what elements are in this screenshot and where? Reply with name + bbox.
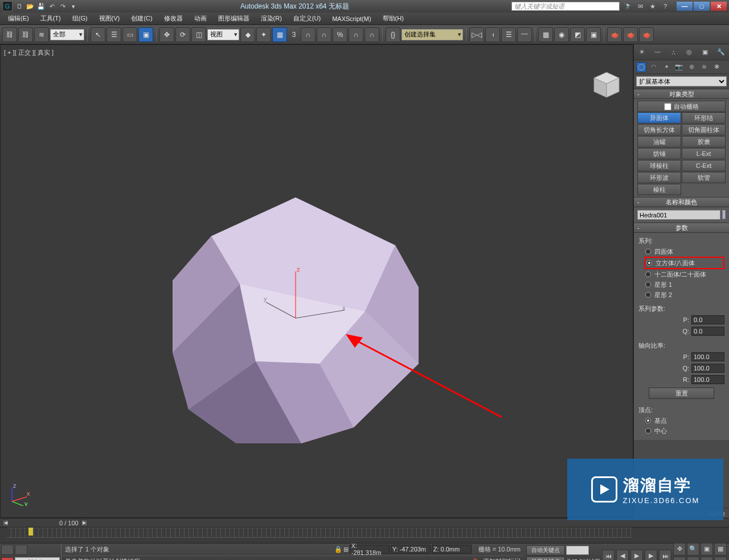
star-icon[interactable]: ★ bbox=[648, 2, 657, 11]
nav-dolly-icon[interactable]: ◉ bbox=[687, 557, 699, 561]
snap-toggle-icon[interactable]: ▦ bbox=[272, 27, 287, 42]
cameras-tab-icon[interactable]: 📷 bbox=[674, 62, 684, 72]
spindle-button[interactable]: 纺锤 bbox=[637, 148, 681, 159]
key-filter-label[interactable]: 关键点过滤器 bbox=[566, 558, 600, 561]
prism-button[interactable]: 棱柱 bbox=[637, 184, 681, 195]
unlink-icon[interactable]: ⛓ bbox=[18, 27, 33, 42]
script-min-icon[interactable] bbox=[1, 545, 14, 555]
binoculars-icon[interactable]: 🔭 bbox=[623, 2, 632, 11]
help-search-input[interactable]: 键入关键字或短语 bbox=[511, 2, 620, 11]
shapes-tab-icon[interactable]: ◠ bbox=[649, 62, 659, 72]
menu-edit[interactable]: 编辑(E) bbox=[2, 13, 35, 24]
selection-filter-combo[interactable]: 全部 bbox=[50, 29, 84, 40]
gengon-button[interactable]: 球棱柱 bbox=[637, 160, 681, 171]
nav-zoomext-icon[interactable]: ▦ bbox=[714, 543, 727, 555]
select-manipulate-icon[interactable]: ✦ bbox=[256, 27, 271, 42]
select-region-window-icon[interactable]: ▣ bbox=[138, 27, 153, 42]
lext-button[interactable]: L-Ext bbox=[682, 148, 726, 159]
auto-grid-toggle[interactable]: 自动栅格 bbox=[637, 101, 726, 112]
material-editor-icon[interactable]: ◉ bbox=[554, 27, 569, 42]
track-bar[interactable] bbox=[0, 527, 729, 543]
rollout-header-object-type[interactable]: 对象类型 bbox=[634, 89, 729, 99]
script-rec-icon[interactable] bbox=[1, 557, 14, 560]
add-time-tag[interactable]: 添加时间标记 bbox=[483, 557, 521, 560]
axp-spinner[interactable]: ▲▼ bbox=[691, 352, 724, 361]
capsule-button[interactable]: 胶囊 bbox=[682, 136, 726, 147]
tag-icon[interactable]: 🔖 bbox=[473, 558, 481, 560]
family-cube-octa-radio[interactable]: 立方体/八面体 bbox=[645, 258, 723, 268]
coord-toggle-icon[interactable]: ⊞ bbox=[343, 546, 349, 553]
time-next-icon[interactable]: ▶ bbox=[81, 520, 88, 526]
family-star2-radio[interactable]: 星形 2 bbox=[638, 290, 724, 300]
script-listener-icon[interactable] bbox=[15, 545, 27, 555]
vertex-base-radio[interactable]: 基点 bbox=[638, 415, 724, 426]
spinner-snap-icon[interactable]: ∩ bbox=[364, 27, 379, 42]
play-prev-icon[interactable]: ◀ bbox=[616, 550, 629, 561]
oiltank-button[interactable]: 油罐 bbox=[637, 136, 681, 147]
selection-set-combo[interactable]: 选定对 bbox=[566, 546, 589, 555]
help-icon[interactable]: ? bbox=[661, 2, 670, 11]
coord-z-field[interactable]: Z: 0.0mm bbox=[432, 545, 472, 554]
curve-icon[interactable]: 〰 bbox=[653, 47, 663, 57]
coord-x-field[interactable]: X: -281.318m bbox=[350, 545, 390, 554]
curve-editor-icon[interactable]: 〰 bbox=[517, 27, 532, 42]
systems-tab-icon[interactable]: ✱ bbox=[711, 62, 722, 72]
axr-spinner[interactable]: ▲▼ bbox=[691, 375, 724, 384]
nav-roll-icon[interactable]: ⤢ bbox=[701, 557, 713, 561]
nav-orbit-icon[interactable]: ⟲ bbox=[673, 557, 686, 561]
axq-spinner[interactable]: ▲▼ bbox=[691, 364, 724, 373]
set-key-button[interactable]: 设置关键点 bbox=[526, 557, 565, 561]
named-sets-icon[interactable]: {} bbox=[386, 27, 400, 42]
maximize-button[interactable]: □ bbox=[694, 2, 710, 11]
lights-tab-icon[interactable]: ✦ bbox=[661, 62, 671, 72]
rotate-icon[interactable]: ⟳ bbox=[175, 27, 190, 42]
menu-views[interactable]: 视图(V) bbox=[93, 13, 126, 24]
torusknot-button[interactable]: 环形结 bbox=[682, 112, 726, 123]
hedra-button[interactable]: 异面体 bbox=[637, 112, 681, 123]
menu-create[interactable]: 创建(C) bbox=[125, 13, 158, 24]
nav-zoom-icon[interactable]: 🔍 bbox=[687, 543, 699, 555]
align-icon[interactable]: ⫞ bbox=[485, 27, 500, 42]
communication-icon[interactable]: ✉ bbox=[636, 2, 645, 11]
rollout-header-parameters[interactable]: 参数 bbox=[634, 223, 729, 233]
menu-help[interactable]: 帮助(H) bbox=[377, 13, 409, 24]
timeline-marker[interactable] bbox=[28, 528, 33, 536]
display-icon[interactable]: ▣ bbox=[700, 47, 710, 57]
menu-animation[interactable]: 动画 bbox=[189, 13, 212, 24]
timeline-ticks[interactable] bbox=[7, 528, 632, 538]
render-iterative-icon[interactable]: 🫖 bbox=[623, 27, 638, 42]
percent-snap-icon[interactable]: % bbox=[333, 27, 347, 42]
qat-redo-icon[interactable]: ↷ bbox=[58, 2, 67, 11]
schematic-icon[interactable]: ▦ bbox=[538, 27, 553, 42]
snap-1-icon[interactable]: ∩ bbox=[301, 27, 316, 42]
play-end-icon[interactable]: ⏭ bbox=[659, 550, 671, 561]
select-by-name-icon[interactable]: ☰ bbox=[107, 27, 121, 42]
scale-icon[interactable]: ◫ bbox=[191, 27, 206, 42]
lock-icon[interactable]: 🔒 bbox=[334, 546, 342, 553]
light-icon[interactable]: ☀ bbox=[637, 47, 647, 57]
ringwave-button[interactable]: 环形波 bbox=[637, 172, 681, 183]
motion-icon[interactable]: ◎ bbox=[684, 47, 694, 57]
time-prev-icon[interactable]: ◀ bbox=[2, 520, 9, 526]
nav-pan-icon[interactable]: ✥ bbox=[673, 543, 686, 555]
qat-new-icon[interactable]: 🗋 bbox=[15, 2, 24, 11]
play-next-icon[interactable]: ▶ bbox=[645, 550, 657, 561]
nav-max-icon[interactable]: ◱ bbox=[714, 557, 727, 561]
play-icon[interactable]: ▶ bbox=[630, 550, 643, 561]
menu-modifiers[interactable]: 修改器 bbox=[158, 13, 189, 24]
utilities-icon[interactable]: 🔧 bbox=[716, 47, 726, 57]
reset-button[interactable]: 重置 bbox=[649, 388, 714, 399]
viewport[interactable]: [ + ][ 正交 ][ 真实 ] zyx bbox=[0, 44, 633, 518]
qat-undo-icon[interactable]: ↶ bbox=[47, 2, 56, 11]
select-icon[interactable]: ↖ bbox=[91, 27, 105, 42]
reference-coord-combo[interactable]: 视图 bbox=[207, 29, 239, 40]
menu-group[interactable]: 组(G) bbox=[67, 13, 93, 24]
menu-rendering[interactable]: 渲染(R) bbox=[255, 13, 288, 24]
move-icon[interactable]: ✥ bbox=[159, 27, 174, 42]
menu-graph-editors[interactable]: 图形编辑器 bbox=[212, 13, 255, 24]
nav-fov-icon[interactable]: ▣ bbox=[701, 543, 713, 555]
menu-maxscript[interactable]: MAXScript(M) bbox=[326, 13, 376, 24]
helpers-tab-icon[interactable]: ⊕ bbox=[686, 62, 697, 72]
color-swatch[interactable] bbox=[722, 210, 726, 219]
auto-key-button[interactable]: 自动关键点 bbox=[526, 545, 565, 555]
